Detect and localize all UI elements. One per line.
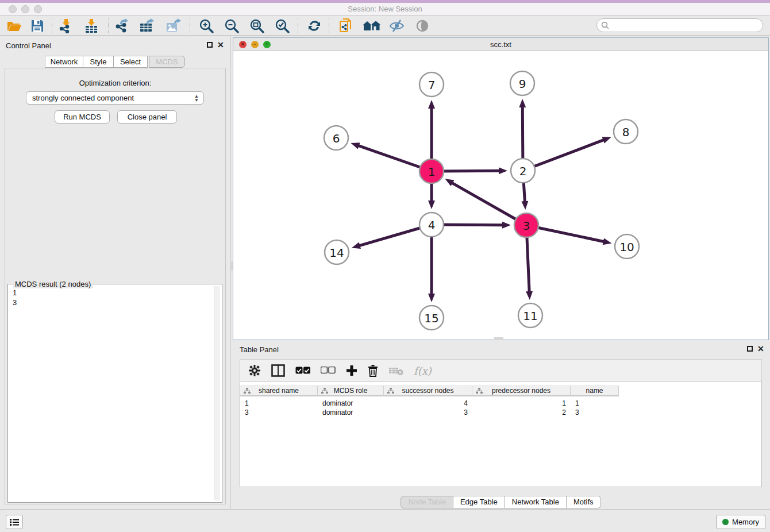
cell-predecessor-nodes[interactable]: 1 bbox=[472, 399, 571, 408]
export-table-button[interactable] bbox=[138, 17, 157, 34]
mcds-result-line: 3 bbox=[13, 298, 17, 307]
new-network-from-selection-button[interactable] bbox=[337, 17, 356, 34]
cell-shared-name[interactable]: 3 bbox=[240, 408, 318, 417]
float-panel-button[interactable] bbox=[207, 42, 213, 48]
tab-network-table[interactable]: Network Table bbox=[505, 496, 567, 508]
run-mcds-button[interactable]: Run MCDS bbox=[55, 110, 110, 124]
node-label: 8 bbox=[622, 125, 630, 139]
export-image-button[interactable] bbox=[164, 17, 184, 34]
close-table-panel-button[interactable]: ✕ bbox=[757, 346, 764, 352]
edge-arrowhead-4-3[interactable] bbox=[502, 222, 511, 229]
edge-arrowhead-2-8[interactable] bbox=[602, 137, 611, 143]
edge-arrowhead-1-6[interactable] bbox=[351, 142, 360, 149]
node-1[interactable]: 1 bbox=[419, 159, 444, 183]
save-session-button[interactable] bbox=[28, 17, 47, 34]
control-panel: Control Panel ✕ Network Style Select MCD… bbox=[0, 36, 230, 509]
column-header-successor-nodes[interactable]: successor nodes bbox=[384, 385, 472, 396]
tab-select[interactable]: Select bbox=[113, 56, 148, 68]
memory-button[interactable]: Memory bbox=[716, 515, 765, 529]
open-folder-icon bbox=[7, 20, 22, 32]
function-builder-button[interactable]: f(x) bbox=[414, 363, 432, 378]
node-8[interactable]: 8 bbox=[614, 119, 638, 144]
node-6[interactable]: 6 bbox=[324, 126, 348, 150]
node-11[interactable]: 11 bbox=[518, 303, 542, 327]
tree-icon bbox=[387, 388, 394, 394]
float-table-panel-button[interactable] bbox=[747, 346, 753, 352]
tab-edge-table[interactable]: Edge Table bbox=[453, 496, 505, 508]
network-canvas[interactable]: 7968124314101511 bbox=[233, 51, 768, 340]
close-panel-button[interactable]: ✕ bbox=[217, 42, 224, 48]
table-toolbar: f(x) bbox=[240, 359, 762, 382]
task-history-button[interactable] bbox=[6, 515, 23, 529]
edge-3-1[interactable] bbox=[452, 183, 526, 225]
toggle-panes-button[interactable] bbox=[271, 363, 285, 378]
edge-arrowhead-1-2[interactable] bbox=[499, 167, 507, 174]
table-header-row: shared name MCDS role successor nodes bbox=[240, 385, 619, 396]
split-divider-handle[interactable] bbox=[230, 261, 233, 271]
cell-mcds-role[interactable]: dominator bbox=[318, 399, 384, 408]
select-all-button[interactable] bbox=[295, 363, 310, 378]
result-scrollbar[interactable] bbox=[214, 286, 220, 500]
import-network-button[interactable] bbox=[56, 17, 76, 34]
delete-column-button[interactable] bbox=[368, 363, 378, 378]
edge-2-8[interactable] bbox=[523, 140, 605, 171]
zoom-fit-button[interactable] bbox=[247, 17, 267, 34]
search-input[interactable] bbox=[609, 20, 763, 31]
edge-arrowhead-2-3[interactable] bbox=[521, 201, 528, 210]
table-row[interactable]: 3 dominator 3 2 3 bbox=[240, 408, 619, 417]
edge-arrowhead-4-15[interactable] bbox=[428, 294, 435, 302]
node-2[interactable]: 2 bbox=[511, 159, 535, 183]
edge-arrowhead-3-1[interactable] bbox=[445, 179, 454, 186]
cell-successor-nodes[interactable]: 4 bbox=[384, 399, 472, 408]
cell-name[interactable]: 3 bbox=[571, 408, 619, 417]
node-3[interactable]: 3 bbox=[514, 213, 538, 237]
column-header-mcds-role[interactable]: MCDS role bbox=[318, 385, 384, 396]
node-9[interactable]: 9 bbox=[510, 71, 534, 95]
close-panel-button-mcds[interactable]: Close panel bbox=[117, 110, 177, 124]
tab-motifs[interactable]: Motifs bbox=[567, 496, 601, 508]
zoom-selected-button[interactable] bbox=[272, 17, 292, 34]
show-all-networks-button[interactable] bbox=[362, 17, 382, 34]
refresh-icon bbox=[307, 19, 322, 33]
eye-slash-icon bbox=[389, 19, 405, 33]
column-label: shared name bbox=[259, 387, 299, 395]
table-settings-button[interactable] bbox=[248, 363, 261, 378]
delete-table-button[interactable] bbox=[388, 363, 403, 378]
edge-arrowhead-2-9[interactable] bbox=[519, 99, 526, 107]
node-10[interactable]: 10 bbox=[615, 234, 639, 259]
cell-name[interactable]: 1 bbox=[571, 399, 619, 408]
column-header-predecessor-nodes[interactable]: predecessor nodes bbox=[472, 385, 571, 396]
tab-mcds[interactable]: MCDS bbox=[149, 56, 185, 68]
show-hidden-button[interactable] bbox=[413, 17, 432, 34]
node-14[interactable]: 14 bbox=[325, 240, 349, 264]
cell-shared-name[interactable]: 1 bbox=[240, 399, 318, 408]
column-header-shared-name[interactable]: shared name bbox=[240, 385, 318, 396]
column-header-name[interactable]: name bbox=[571, 385, 619, 396]
export-network-button[interactable] bbox=[113, 17, 132, 34]
apply-layout-button[interactable] bbox=[305, 17, 324, 34]
open-session-button[interactable] bbox=[5, 17, 24, 34]
criterion-select[interactable]: strongly connected component ▲▼ bbox=[26, 91, 204, 105]
edge-arrowhead-3-11[interactable] bbox=[526, 291, 533, 300]
zoom-out-button[interactable] bbox=[222, 17, 241, 34]
edge-arrowhead-1-4[interactable] bbox=[428, 201, 435, 209]
deselect-all-button[interactable] bbox=[321, 363, 336, 378]
edge-arrowhead-1-7[interactable] bbox=[428, 100, 435, 109]
edge-arrowhead-3-10[interactable] bbox=[603, 238, 612, 245]
tab-style[interactable]: Style bbox=[83, 56, 114, 68]
edge-arrowhead-4-14[interactable] bbox=[352, 242, 361, 249]
cell-mcds-role[interactable]: dominator bbox=[318, 408, 384, 417]
hide-selected-button[interactable] bbox=[387, 17, 407, 34]
cell-predecessor-nodes[interactable]: 2 bbox=[472, 408, 571, 417]
node-15[interactable]: 15 bbox=[419, 306, 444, 330]
table-row[interactable]: 1 dominator 4 1 1 bbox=[240, 399, 619, 408]
zoom-in-button[interactable] bbox=[197, 17, 216, 34]
import-table-button[interactable] bbox=[82, 17, 101, 34]
tab-node-table[interactable]: Node Table bbox=[401, 496, 453, 508]
node-7[interactable]: 7 bbox=[419, 72, 444, 97]
node-4[interactable]: 4 bbox=[419, 213, 444, 237]
tab-network[interactable]: Network bbox=[45, 56, 83, 68]
add-column-button[interactable] bbox=[346, 363, 357, 378]
cell-successor-nodes[interactable]: 3 bbox=[384, 408, 472, 417]
split-divider-handle[interactable] bbox=[494, 337, 503, 340]
